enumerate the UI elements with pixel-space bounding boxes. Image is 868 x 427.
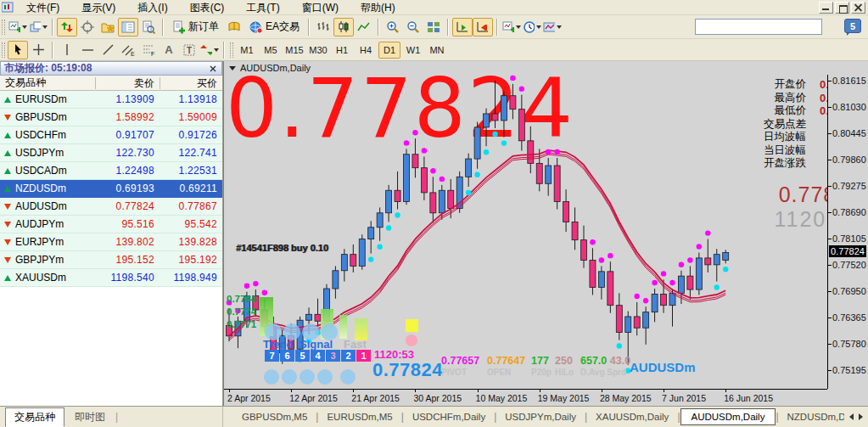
crosshair-icon (32, 43, 45, 56)
symbol-row-GBPJPYm[interactable]: GBPJPYm195.152195.192 (0, 251, 222, 269)
tile-windows-button[interactable] (423, 18, 444, 37)
vertical-line-button[interactable] (57, 41, 77, 59)
timeframe-H1[interactable]: H1 (331, 42, 353, 59)
symbol-cell: AUDUSDm (0, 200, 95, 212)
text-button[interactable]: A (159, 41, 179, 59)
menu-item[interactable]: 文件(F) (15, 0, 70, 15)
price-tick: 0.81030 (832, 102, 866, 112)
navigator-button[interactable] (118, 18, 138, 37)
arrow-down-icon (4, 239, 11, 245)
periods-button[interactable] (522, 18, 542, 37)
search-input[interactable] (696, 20, 821, 33)
menu-item[interactable]: 图表(C) (179, 0, 236, 15)
favorites-button[interactable] (98, 18, 118, 37)
chart-plot[interactable]: 0.77824 #14541F898 buy 0.10 Trend Signal… (224, 75, 868, 389)
cursor-button[interactable] (8, 41, 28, 59)
price-axis[interactable]: 0.77824 0.816150.810300.804450.798600.79… (827, 75, 868, 389)
trendline-button[interactable] (98, 41, 118, 59)
date-axis[interactable]: 2 Apr 201512 Apr 201521 Apr 201530 Apr 2… (224, 389, 827, 406)
zoom-in-button[interactable] (383, 18, 403, 37)
search-box (695, 19, 822, 35)
symbol-row-GBPUSDm[interactable]: GBPUSDm1.589921.59009 (0, 109, 222, 126)
column-header[interactable]: 买价 (160, 77, 222, 89)
ask-cell: 195.192 (160, 254, 222, 266)
timeframe-W1[interactable]: W1 (402, 42, 424, 59)
chart-tab-AUDUSDm-Daily[interactable]: AUDUSDm,Daily (680, 408, 776, 425)
market-watch-title: 市场报价: 05:19:08 (4, 61, 92, 76)
timeframe-D1[interactable]: D1 (378, 42, 400, 59)
restore-button[interactable] (835, 2, 849, 14)
candlestick-chart-button[interactable] (333, 18, 354, 37)
chart-tab-NZDUSDm-Daily[interactable]: NZDUSDm,Daily (779, 409, 844, 424)
horizontal-line-button[interactable] (77, 41, 98, 59)
symbol-cell: EURUSDm (0, 93, 95, 105)
bar-chart-button[interactable] (313, 18, 333, 37)
toolbar-grip[interactable] (230, 42, 233, 58)
equidistant-channel-button[interactable]: E (118, 41, 138, 59)
templates-button[interactable] (542, 18, 563, 37)
candlestick-icon (337, 20, 350, 34)
indicators-button[interactable] (501, 18, 522, 37)
symbol-row-AUDUSDm[interactable]: AUDUSDm0.778240.77867 (0, 198, 222, 216)
menu-item[interactable]: 帮助(H) (350, 0, 406, 15)
terminal-button[interactable] (138, 18, 159, 37)
close-button[interactable] (851, 2, 865, 14)
price-tick: 0.79860 (832, 155, 866, 165)
scroll-left-icon[interactable] (849, 413, 854, 420)
text-label-button[interactable]: T (179, 41, 199, 59)
timeframe-M1[interactable]: M1 (236, 42, 258, 59)
profiles-button[interactable] (28, 18, 48, 37)
chart-tab-XAUUSDm-Daily[interactable]: XAUUSDm,Daily (587, 409, 677, 424)
symbol-row-USDJPYm[interactable]: USDJPYm122.730122.741 (0, 144, 222, 162)
ea-trade-button[interactable]: EA交易 (244, 18, 305, 37)
history-button[interactable] (224, 18, 244, 37)
new-chart-button[interactable] (8, 18, 28, 37)
column-header[interactable]: 卖价 (95, 77, 160, 89)
chart-shift-button[interactable] (473, 18, 493, 37)
toolbar-grip[interactable] (2, 20, 5, 35)
chart-tab-GBPUSDm-M5[interactable]: GBPUSDm,M5 (233, 409, 316, 424)
menu-item[interactable]: 插入(I) (126, 0, 178, 15)
symbol-row-XAUUSDm[interactable]: XAUUSDm1198.5401198.949 (0, 269, 222, 287)
minimize-button[interactable] (819, 2, 833, 14)
tab-market-watch[interactable]: 交易品种 (5, 407, 64, 427)
fibonacci-icon: F (142, 43, 155, 57)
chevron-down-icon (536, 25, 541, 29)
chart-tab-USDCHFm-Daily[interactable]: USDCHFm,Daily (404, 409, 494, 424)
symbol-row-EURJPYm[interactable]: EURJPYm139.802139.828 (0, 233, 222, 251)
notifications-badge[interactable]: 5 (844, 19, 861, 33)
arrows-tool-button[interactable] (199, 41, 220, 59)
timeframe-H4[interactable]: H4 (355, 42, 377, 59)
market-watch-button[interactable] (57, 18, 77, 37)
auto-scroll-button[interactable] (452, 18, 473, 37)
arrow-up-icon (4, 132, 11, 138)
fibonacci-button[interactable]: F (138, 41, 159, 59)
chart-tab-EURUSDm-M5[interactable]: EURUSDm,M5 (318, 409, 400, 424)
scroll-right-icon[interactable] (859, 413, 863, 420)
data-window-button[interactable] (77, 18, 98, 37)
symbol-row-AUDJPYm[interactable]: AUDJPYm95.51695.542 (0, 216, 222, 233)
timeframe-MN[interactable]: MN (426, 42, 448, 59)
line-chart-button[interactable] (354, 18, 374, 37)
globe-icon (249, 20, 263, 34)
tab-tick-chart[interactable]: 即时图 (66, 408, 114, 426)
new-order-button[interactable]: 新订单 (167, 18, 224, 37)
zoom-out-button[interactable] (403, 18, 423, 37)
symbol-row-EURUSDm[interactable]: EURUSDm1.139091.13918 (0, 91, 222, 109)
symbol-row-NZDUSDm[interactable]: NZDUSDm0.691930.69211 (0, 180, 222, 198)
menu-item[interactable]: 工具(T) (235, 0, 290, 15)
chevron-down-icon[interactable] (229, 66, 236, 70)
symbol-row-USDCADm[interactable]: USDCADm1.224981.22531 (0, 162, 222, 180)
column-header[interactable]: 交易品种 (0, 76, 95, 90)
chart-tab-USDJPYm-Daily[interactable]: USDJPYm,Daily (496, 409, 585, 424)
symbol-row-USDCHFm[interactable]: USDCHFm0.917070.91726 (0, 126, 222, 144)
timeframe-M30[interactable]: M30 (307, 42, 329, 59)
crosshair-button[interactable] (28, 41, 48, 59)
toolbar-grip[interactable] (2, 42, 5, 58)
close-icon[interactable] (207, 63, 218, 74)
menu-item[interactable]: 窗口(W) (291, 0, 350, 15)
signal-circle (300, 369, 315, 385)
timeframe-M5[interactable]: M5 (260, 42, 282, 59)
menu-item[interactable]: 显示(V) (70, 0, 126, 15)
timeframe-M15[interactable]: M15 (283, 42, 305, 59)
